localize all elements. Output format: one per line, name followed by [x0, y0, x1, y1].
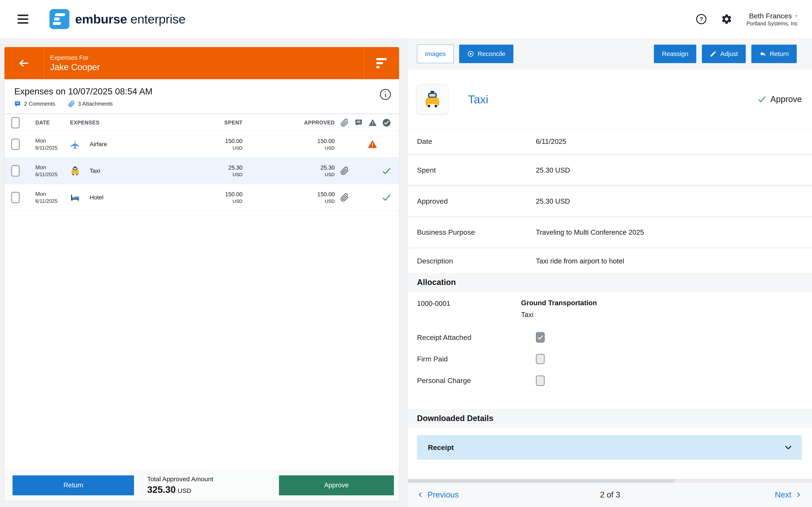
approved-currency: USD	[243, 198, 335, 204]
chevron-right-icon	[795, 491, 802, 498]
reassign-button[interactable]: Reassign	[654, 45, 696, 63]
sort-filter-icon	[376, 58, 387, 68]
report-banner: Expenses For Jake Cooper	[4, 47, 399, 79]
brand-name: emburse enterprise	[75, 12, 186, 26]
paperclip-icon	[340, 166, 349, 175]
scrollbar-thumb[interactable]	[408, 479, 675, 483]
expense-header: Taxi Approve	[408, 69, 812, 129]
field-label: Business Purpose	[417, 228, 536, 236]
approved-amount: 150.00	[243, 137, 335, 145]
return-report-button[interactable]: Return	[12, 475, 134, 495]
check-icon	[537, 334, 544, 341]
row-checkbox[interactable]	[11, 138, 20, 150]
spent-amount: 150.00	[192, 191, 243, 198]
expense-row-taxi[interactable]: Mon 6/11/2025 Taxi 25.30 USD 25.30 USD	[4, 158, 399, 184]
attachments-link[interactable]: 3 Attachments	[68, 101, 113, 107]
expense-table-header: DATE EXPENSES SPENT APPROVED	[4, 114, 399, 131]
adjust-button[interactable]: Adjust	[702, 45, 746, 63]
downloaded-details-heading: Downloaded Details	[417, 414, 493, 423]
gear-icon[interactable]	[721, 13, 732, 25]
horizontal-scrollbar[interactable]	[408, 479, 812, 483]
warning-icon	[367, 139, 377, 149]
comments-link[interactable]: 2 Comments	[14, 101, 55, 107]
brand-name-secondary: enterprise	[131, 12, 186, 26]
approve-status[interactable]: Approve	[757, 95, 802, 104]
allocation-category: Ground Transportation	[521, 299, 812, 307]
receipt-attached-checkbox[interactable]	[536, 332, 545, 343]
approved-amount: 25.30	[243, 164, 335, 172]
expense-category-icon-card	[417, 84, 448, 114]
reconcile-button[interactable]: Reconcile	[459, 45, 513, 63]
bed-icon	[70, 192, 80, 203]
attachments-count: 3 Attachments	[78, 101, 113, 107]
expense-row-airfare[interactable]: Mon 6/11/2025 Airfare 150.00 USD 150.00 …	[4, 131, 399, 158]
airplane-icon	[70, 139, 80, 149]
row-checkbox[interactable]	[11, 165, 20, 177]
paperclip-column-icon	[341, 118, 349, 127]
approved-column-icon	[382, 118, 391, 127]
approved-currency: USD	[243, 145, 335, 151]
receipt-accordion[interactable]: Receipt	[417, 435, 802, 460]
approve-report-button[interactable]: Approve	[279, 475, 394, 495]
taxi-icon	[70, 166, 80, 176]
paperclip-icon	[68, 101, 75, 107]
warning-column-icon	[368, 118, 377, 127]
help-icon[interactable]: ?	[696, 13, 707, 25]
field-row-approved: Approved 25.30 USD	[408, 187, 812, 216]
column-header-spent[interactable]: SPENT	[192, 120, 243, 126]
field-value: 6/11/2025	[536, 137, 812, 146]
expense-row-hotel[interactable]: Mon 6/11/2025 Hotel 150.00 USD 150.00 US…	[4, 184, 399, 211]
return-expense-button[interactable]: Return	[751, 45, 797, 63]
allocation-subcategory: Taxi	[521, 311, 812, 319]
column-header-expenses[interactable]: EXPENSES	[70, 120, 192, 126]
chevron-down-icon	[784, 443, 793, 452]
field-label: Spent	[417, 166, 536, 174]
row-checkbox[interactable]	[11, 192, 20, 203]
expense-pagination: 2 of 3 Previous Next	[408, 483, 812, 507]
approved-check-icon	[382, 192, 392, 203]
eye-icon	[467, 50, 474, 57]
previous-expense-link[interactable]: Previous	[417, 490, 459, 499]
column-header-approved[interactable]: APPROVED	[243, 120, 335, 126]
total-approved-amount: 325.30USD	[147, 483, 213, 496]
field-row-spent: Spent 25.30 USD	[408, 156, 812, 185]
user-name: Beth Frances	[749, 11, 792, 20]
personal-charge-checkbox[interactable]	[536, 376, 545, 386]
hamburger-menu-icon[interactable]	[17, 14, 28, 24]
user-menu[interactable]: Beth Frances	[749, 11, 798, 20]
app-header: emburse enterprise ? Beth Frances Portla…	[0, 0, 812, 39]
info-icon[interactable]	[379, 88, 392, 101]
expense-title-link[interactable]: Taxi	[468, 93, 488, 106]
sort-filter-button[interactable]	[364, 47, 399, 79]
checkbox-label: Personal Charge	[417, 377, 536, 385]
chevron-down-icon	[795, 14, 798, 17]
field-value: 25.30 USD	[536, 197, 812, 205]
select-all-checkbox[interactable]	[11, 117, 20, 128]
field-row-description: Description Taxi ride from airport to ho…	[408, 249, 812, 273]
report-action-bar: Return Total Approved Amount 325.30USD A…	[4, 469, 399, 501]
expense-label: Airfare	[90, 141, 107, 148]
downloaded-details-section-header: Downloaded Details	[408, 409, 812, 427]
row-day: Mon	[35, 190, 70, 198]
images-button[interactable]: Images	[417, 45, 454, 63]
spent-currency: USD	[192, 145, 243, 151]
firm-paid-checkbox[interactable]	[536, 354, 545, 364]
checkbox-label: Firm Paid	[417, 355, 536, 363]
brand-logo: emburse enterprise	[49, 9, 186, 29]
next-expense-link[interactable]: Next	[775, 490, 802, 499]
user-company: Portland Systems, Inc	[747, 20, 798, 27]
column-header-date[interactable]: DATE	[35, 120, 70, 126]
approved-check-icon	[382, 166, 392, 176]
total-approved-label: Total Approved Amount	[147, 475, 213, 483]
row-date: 6/11/2025	[35, 145, 70, 151]
checkbox-row-firm-paid: Firm Paid	[408, 348, 812, 370]
taxi-icon-large	[423, 90, 442, 109]
allocation-section-header: Allocation	[408, 273, 812, 291]
field-value: Taxi ride from airport to hotel	[536, 257, 812, 265]
back-button[interactable]	[4, 47, 44, 79]
paperclip-icon	[340, 193, 349, 202]
emburse-logo-icon	[49, 9, 69, 29]
field-label: Date	[417, 137, 536, 146]
expense-report-panel: Expenses For Jake Cooper Expenses on 10/…	[4, 47, 399, 501]
comment-icon	[14, 101, 21, 107]
